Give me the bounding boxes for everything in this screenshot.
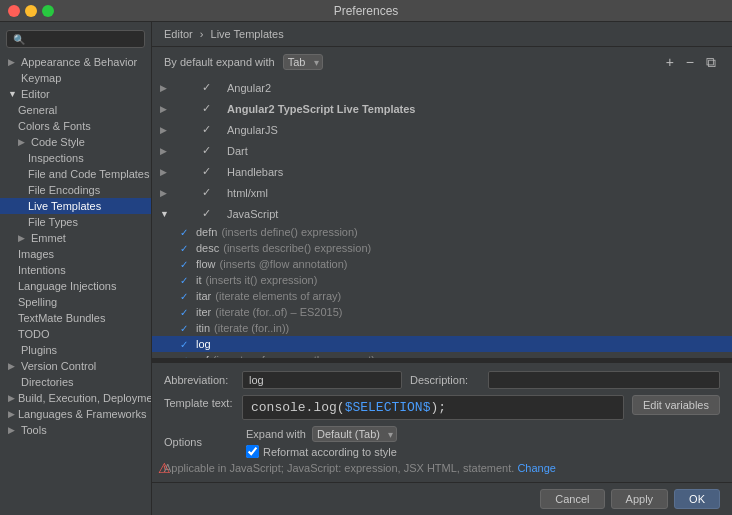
tpl-item-iter[interactable]: ✓ iter (iterate (for..of) – ES2015)	[152, 304, 732, 320]
checkbox-desc[interactable]: ✓	[180, 243, 192, 254]
sidebar-item-intentions[interactable]: Intentions	[0, 262, 151, 278]
checkbox-it[interactable]: ✓	[180, 275, 192, 286]
search-icon: 🔍	[13, 34, 25, 45]
checkbox-iter[interactable]: ✓	[180, 307, 192, 318]
tpl-item-flow[interactable]: ✓ flow (inserts @flow annotation)	[152, 256, 732, 272]
expand-with-select[interactable]: Default (Tab)	[312, 426, 397, 442]
sidebar-item-images[interactable]: Images	[0, 246, 151, 262]
sidebar-item-label: Build, Execution, Deployment	[18, 392, 152, 404]
sidebar-item-general[interactable]: General	[0, 102, 151, 118]
sidebar-item-languages-frameworks[interactable]: ▶ Languages & Frameworks	[0, 406, 151, 422]
arrow-icon: ▶	[8, 361, 18, 371]
sidebar-item-code-style[interactable]: ▶ Code Style	[0, 134, 151, 150]
tpl-item-label: defn	[196, 226, 217, 238]
cancel-button[interactable]: Cancel	[540, 489, 604, 509]
add-button[interactable]: +	[662, 53, 678, 71]
templates-area: ▶ ✓ Angular2 ▶ ✓ Angular2 TypeScript Liv…	[152, 77, 732, 358]
checkbox-javascript[interactable]: ✓	[174, 205, 223, 222]
tpl-group-label: html/xml	[227, 187, 268, 199]
edit-variables-button[interactable]: Edit variables	[632, 395, 720, 415]
sidebar-item-todo[interactable]: TODO	[0, 326, 151, 342]
bottom-panel: Abbreviation: Description: Template text…	[152, 362, 732, 482]
ok-button[interactable]: OK	[674, 489, 720, 509]
checkbox-angularjs[interactable]: ✓	[174, 121, 223, 138]
sidebar-item-live-templates[interactable]: Live Templates	[0, 198, 151, 214]
sidebar-item-file-code-templates[interactable]: File and Code Templates	[0, 166, 151, 182]
breadcrumb-part2: Live Templates	[211, 28, 284, 40]
tpl-group-dart[interactable]: ▶ ✓ Dart	[152, 140, 732, 161]
sidebar-item-textmate-bundles[interactable]: TextMate Bundles	[0, 310, 151, 326]
tpl-item-desc[interactable]: ✓ desc (inserts describe() expression)	[152, 240, 732, 256]
tpl-group-label: AngularJS	[227, 124, 278, 136]
tpl-item-itin[interactable]: ✓ itin (iterate (for..in))	[152, 320, 732, 336]
sidebar-item-emmet[interactable]: ▶ Emmet	[0, 230, 151, 246]
sidebar-item-file-types[interactable]: File Types	[0, 214, 151, 230]
expand-select-wrap[interactable]: Tab	[283, 54, 323, 70]
search-box[interactable]: 🔍	[6, 30, 145, 48]
options-label: Options	[164, 436, 234, 448]
sidebar-item-inspections[interactable]: Inspections	[0, 150, 151, 166]
sidebar-item-spelling[interactable]: Spelling	[0, 294, 151, 310]
sidebar-item-language-injections[interactable]: Language Injections	[0, 278, 151, 294]
sidebar-item-label: Intentions	[18, 264, 66, 276]
expand-select[interactable]: Tab	[283, 54, 323, 70]
tpl-item-defn[interactable]: ✓ defn (inserts define() expression)	[152, 224, 732, 240]
tpl-arrow-icon: ▶	[160, 104, 170, 114]
remove-button[interactable]: −	[682, 53, 698, 71]
sidebar-item-tools[interactable]: ▶ Tools	[0, 422, 151, 438]
window-controls[interactable]	[8, 5, 54, 17]
sidebar-item-build-execution[interactable]: ▶ Build, Execution, Deployment	[0, 390, 151, 406]
tpl-group-angular2[interactable]: ▶ ✓ Angular2	[152, 77, 732, 98]
tpl-item-desc: (iterate (for..in))	[214, 322, 289, 334]
sidebar-item-label: Tools	[21, 424, 47, 436]
checkbox-flow[interactable]: ✓	[180, 259, 192, 270]
sidebar-item-editor[interactable]: ▼ Editor	[0, 86, 151, 102]
apply-button[interactable]: Apply	[611, 489, 669, 509]
sidebar-item-keymap[interactable]: Keymap	[0, 70, 151, 86]
tpl-item-log[interactable]: ✓ log	[152, 336, 732, 352]
expand-with-select-wrap[interactable]: Default (Tab)	[312, 426, 397, 442]
tpl-group-angular2ts[interactable]: ▶ ✓ Angular2 TypeScript Live Templates	[152, 98, 732, 119]
sidebar-item-label: Emmet	[31, 232, 66, 244]
tpl-item-desc: (iterate (for..of) – ES2015)	[215, 306, 342, 318]
close-button[interactable]	[8, 5, 20, 17]
tpl-group-handlebars[interactable]: ▶ ✓ Handlebars	[152, 161, 732, 182]
tpl-group-angularjs[interactable]: ▶ ✓ AngularJS	[152, 119, 732, 140]
checkbox-angular2ts[interactable]: ✓	[174, 100, 223, 117]
sidebar-item-plugins[interactable]: Plugins	[0, 342, 151, 358]
description-input[interactable]	[488, 371, 720, 389]
sidebar-item-version-control[interactable]: ▶ Version Control	[0, 358, 151, 374]
arrow-icon: ▶	[8, 57, 18, 67]
tpl-item-it[interactable]: ✓ it (inserts it() expression)	[152, 272, 732, 288]
sidebar-item-colors-fonts[interactable]: Colors & Fonts	[0, 118, 151, 134]
expand-with-label: By default expand with	[164, 56, 275, 68]
tpl-item-itar[interactable]: ✓ itar (iterate elements of array)	[152, 288, 732, 304]
change-link[interactable]: Change	[517, 462, 556, 474]
tpl-group-javascript[interactable]: ▼ ✓ JavaScript	[152, 203, 732, 224]
checkbox-defn[interactable]: ✓	[180, 227, 192, 238]
checkbox-htmlxml[interactable]: ✓	[174, 184, 223, 201]
sidebar-item-label: File and Code Templates	[28, 168, 149, 180]
sidebar-item-directories[interactable]: Directories	[0, 374, 151, 390]
tpl-item-label: log	[196, 338, 211, 350]
minimize-button[interactable]	[25, 5, 37, 17]
reformat-checkbox[interactable]	[246, 445, 259, 458]
sidebar-item-label: Plugins	[21, 344, 57, 356]
sidebar-item-appearance[interactable]: ▶ Appearance & Behavior	[0, 54, 151, 70]
checkbox-handlebars[interactable]: ✓	[174, 163, 223, 180]
right-panel: Editor › Live Templates By default expan…	[152, 22, 732, 515]
search-input[interactable]	[29, 33, 138, 45]
tpl-item-label: it	[196, 274, 202, 286]
checkbox-dart[interactable]: ✓	[174, 142, 223, 159]
sidebar-item-label: Spelling	[18, 296, 57, 308]
checkbox-itin[interactable]: ✓	[180, 323, 192, 334]
abbreviation-input[interactable]	[242, 371, 402, 389]
copy-button[interactable]: ⧉	[702, 53, 720, 71]
sidebar-item-file-encodings[interactable]: File Encodings	[0, 182, 151, 198]
checkbox-angular2[interactable]: ✓	[174, 79, 223, 96]
bottom-container: Abbreviation: Description: Template text…	[152, 362, 732, 482]
checkbox-log[interactable]: ✓	[180, 339, 192, 350]
tpl-group-htmlxml[interactable]: ▶ ✓ html/xml	[152, 182, 732, 203]
checkbox-itar[interactable]: ✓	[180, 291, 192, 302]
maximize-button[interactable]	[42, 5, 54, 17]
